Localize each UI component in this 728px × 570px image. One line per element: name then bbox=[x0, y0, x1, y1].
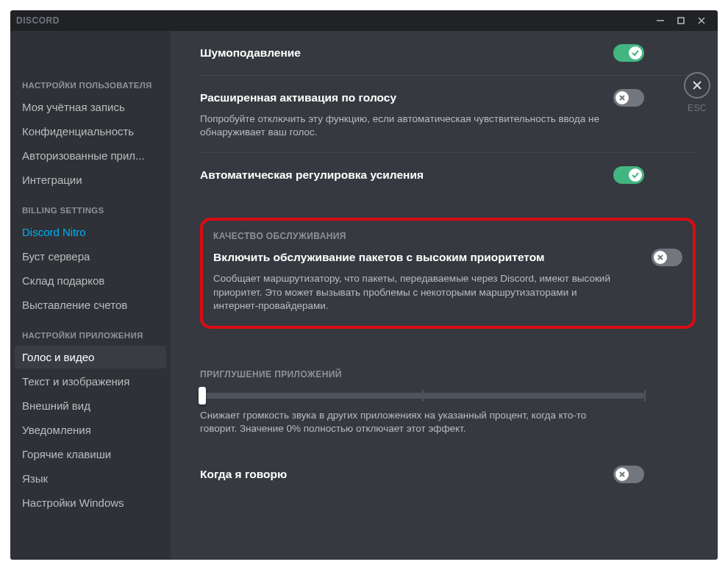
check-icon bbox=[631, 49, 640, 57]
check-icon bbox=[631, 171, 640, 179]
toggle-automatic-gain-control[interactable] bbox=[613, 166, 644, 184]
sidebar-item-appearance[interactable]: Внешний вид bbox=[15, 394, 166, 417]
section-heading-attenuation: ПРИГЛУШЕНИЕ ПРИЛОЖЕНИЙ bbox=[200, 369, 644, 380]
close-icon bbox=[697, 16, 706, 25]
slider-notch bbox=[644, 390, 646, 402]
sidebar-item-integrations[interactable]: Интеграции bbox=[15, 168, 166, 191]
settings-sidebar: НАСТРОЙКИ ПОЛЬЗОВАТЕЛЯ Моя учётная запис… bbox=[10, 31, 171, 560]
setting-title: Расширенная активация по голосу bbox=[200, 91, 613, 104]
x-icon bbox=[656, 253, 665, 262]
setting-title: Автоматическая регулировка усиления bbox=[200, 168, 613, 182]
sidebar-section-title: НАСТРОЙКИ ПРИЛОЖЕНИЯ bbox=[15, 318, 166, 344]
window-close-button[interactable] bbox=[691, 13, 712, 28]
minimize-icon bbox=[656, 16, 665, 25]
window-maximize-button[interactable] bbox=[671, 13, 691, 28]
setting-when-i-speak: Когда я говорю bbox=[200, 466, 696, 483]
app-window: DISCORD НАСТРОЙКИ ПОЛЬЗОВАТЕЛЯ Моя учётн… bbox=[10, 10, 718, 560]
sidebar-item-language[interactable]: Язык bbox=[15, 467, 166, 490]
titlebar: DISCORD bbox=[10, 10, 718, 31]
setting-title: Когда я говорю bbox=[200, 468, 613, 481]
toggle-knob bbox=[615, 91, 629, 104]
sidebar-item-windows[interactable]: Настройки Windows bbox=[15, 491, 166, 514]
setting-noise-suppression: Шумоподавление bbox=[200, 31, 696, 76]
setting-attenuation: ПРИГЛУШЕНИЕ ПРИЛОЖЕНИЙ Снижает громкость… bbox=[200, 369, 696, 435]
app-brand: DISCORD bbox=[16, 15, 650, 26]
setting-desc: Снижает громкость звука в других приложе… bbox=[200, 409, 612, 435]
x-icon bbox=[618, 470, 627, 479]
sidebar-item-gifts[interactable]: Склад подарков bbox=[15, 269, 166, 292]
setting-desc: Попробуйте отключить эту функцию, если а… bbox=[200, 113, 612, 139]
setting-automatic-gain-control: Автоматическая регулировка усиления bbox=[200, 153, 696, 197]
setting-desc: Сообщает маршрутизатору, что пакеты, пер… bbox=[213, 272, 610, 313]
slider-handle[interactable] bbox=[199, 387, 206, 405]
setting-qos-highlighted: КАЧЕСТВО ОБСЛУЖИВАНИЯ Включить обслужива… bbox=[200, 218, 696, 329]
toggle-knob bbox=[629, 46, 642, 60]
sidebar-item-voice-video[interactable]: Голос и видео bbox=[15, 346, 166, 368]
settings-content: ESC Шумоподавление Расширенная активация… bbox=[171, 31, 718, 560]
sidebar-item-privacy[interactable]: Конфиденциальность bbox=[15, 120, 166, 143]
sidebar-item-authorized-apps[interactable]: Авторизованные прил... bbox=[15, 144, 166, 167]
sidebar-item-notifications[interactable]: Уведомления bbox=[15, 418, 166, 441]
toggle-qos[interactable] bbox=[652, 249, 682, 266]
window-minimize-button[interactable] bbox=[650, 13, 671, 28]
svg-rect-1 bbox=[678, 18, 684, 24]
setting-advanced-voice-activation: Расширенная активация по голосу Попробуй… bbox=[200, 76, 696, 153]
sidebar-item-keybinds[interactable]: Горячие клавиши bbox=[15, 443, 166, 466]
x-icon bbox=[618, 93, 627, 102]
app-body: НАСТРОЙКИ ПОЛЬЗОВАТЕЛЯ Моя учётная запис… bbox=[10, 31, 718, 560]
sidebar-item-text-images[interactable]: Текст и изображения bbox=[15, 370, 166, 393]
attenuation-slider[interactable] bbox=[200, 393, 644, 399]
toggle-when-i-speak[interactable] bbox=[613, 466, 644, 483]
toggle-noise-suppression[interactable] bbox=[613, 44, 644, 62]
slider-notch bbox=[422, 390, 424, 402]
sidebar-item-billing[interactable]: Выставление счетов bbox=[15, 293, 166, 316]
close-icon bbox=[691, 79, 703, 91]
sidebar-section-title: BILLING SETTINGS bbox=[15, 193, 166, 219]
sidebar-item-nitro[interactable]: Discord Nitro bbox=[15, 221, 166, 243]
setting-title: Шумоподавление bbox=[200, 46, 613, 60]
esc-label: ESC bbox=[688, 103, 707, 113]
sidebar-section-title: НАСТРОЙКИ ПОЛЬЗОВАТЕЛЯ bbox=[15, 68, 166, 94]
toggle-knob bbox=[629, 168, 642, 182]
toggle-advanced-voice-activation[interactable] bbox=[613, 89, 644, 107]
close-settings: ESC bbox=[684, 72, 710, 113]
close-settings-button[interactable] bbox=[684, 72, 710, 99]
setting-title: Включить обслуживание пакетов с высоким … bbox=[213, 251, 652, 264]
sidebar-item-account[interactable]: Моя учётная запись bbox=[15, 96, 166, 118]
section-heading-qos: КАЧЕСТВО ОБСЛУЖИВАНИЯ bbox=[213, 231, 682, 241]
maximize-icon bbox=[677, 16, 685, 25]
toggle-knob bbox=[615, 468, 629, 481]
sidebar-item-boost[interactable]: Буст сервера bbox=[15, 245, 166, 268]
toggle-knob bbox=[654, 251, 667, 264]
